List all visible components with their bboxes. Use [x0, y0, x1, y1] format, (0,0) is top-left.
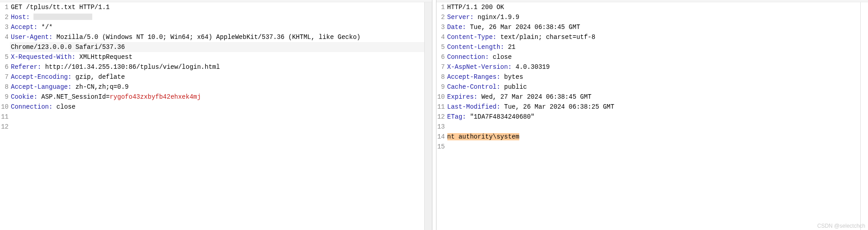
line-number: 7: [436, 62, 446, 72]
header-key: Accept: [11, 24, 33, 31]
response-body-highlighted: nt authority\system: [446, 132, 861, 142]
header-value: 4.0.30319: [516, 63, 550, 71]
header-value: bytes: [504, 73, 523, 81]
response-start-line: HTTP/1.1 200 OK: [446, 2, 861, 12]
line-number: 9: [0, 92, 10, 102]
header-key: Host: [11, 14, 26, 21]
header-value: XMLHttpRequest: [79, 53, 133, 61]
line-number: 5: [0, 52, 10, 62]
header-key: Content-Type: [447, 34, 493, 41]
header-line-wrap: Chrome/123.0.0.0 Safari/537.36: [10, 42, 424, 52]
header-line: Connection: close: [446, 52, 861, 62]
header-line: Accept: */*: [10, 22, 424, 32]
header-key: Connection: [447, 53, 485, 61]
header-line: Accept-Language: zh-CN,zh;q=0.9: [10, 82, 424, 92]
line-number: 7: [0, 72, 10, 82]
header-key: Accept-Ranges: [447, 73, 497, 81]
line-number: 8: [0, 82, 10, 92]
line-number: 2: [436, 12, 446, 22]
header-line: Accept-Encoding: gzip, deflate: [10, 72, 424, 82]
header-line: X-Requested-With: XMLHttpRequest: [10, 52, 424, 62]
response-pane: 123456789101112131415 HTTP/1.1 200 OKSer…: [436, 0, 868, 230]
header-value: Tue, 26 Mar 2024 06:38:25 GMT: [504, 103, 615, 110]
header-line: Accept-Ranges: bytes: [446, 72, 861, 82]
line-number: 1: [436, 2, 446, 12]
line-number: 12: [436, 112, 446, 122]
line-number: 5: [436, 42, 446, 52]
header-separator: :: [71, 53, 75, 61]
header-line: Content-Length: 21: [446, 42, 861, 52]
header-line: Server: nginx/1.9.9: [446, 12, 861, 22]
cookie-name: ASP.NET_SessionId: [41, 93, 106, 101]
header-separator: :: [485, 53, 489, 61]
header-key: Content-Length: [447, 43, 501, 51]
blank-line: [10, 112, 424, 122]
request-gutter: 123456789101112: [0, 2, 10, 230]
header-value: "1DA7F4834240680": [470, 113, 535, 120]
response-gutter: 123456789101112131415: [436, 2, 446, 230]
request-code[interactable]: GET /tplus/tt.txt HTTP/1.1Host: Accept: …: [10, 2, 424, 230]
watermark: CSDN @selectchch: [817, 223, 865, 229]
cookie-value: rygofo43zxbyfb42ehxek4mj: [109, 93, 201, 101]
header-value: Chrome/123.0.0.0 Safari/537.36: [11, 43, 125, 51]
header-key: User-Agent: [11, 34, 49, 41]
line-number: 8: [436, 72, 446, 82]
line-number: 12: [0, 122, 10, 132]
line-number: 6: [436, 52, 446, 62]
header-separator: :: [33, 93, 37, 101]
header-separator: :: [497, 73, 500, 81]
header-separator: :: [33, 24, 37, 31]
header-key: Last-Modified: [447, 103, 497, 110]
header-separator: :: [470, 14, 474, 21]
header-separator: :: [474, 93, 477, 101]
header-line: User-Agent: Mozilla/5.0 (Windows NT 10.0…: [10, 32, 424, 42]
redacted-value: [33, 14, 92, 20]
header-separator: :: [38, 63, 41, 71]
header-key: Expires: [447, 93, 474, 101]
header-key: Accept-Language: [11, 83, 68, 91]
header-value: nginx/1.9.9: [478, 14, 519, 21]
header-line: Referer: http://101.34.255.130:86/tplus/…: [10, 62, 424, 72]
header-key: Cache-Control: [447, 83, 497, 91]
header-value: Tue, 26 Mar 2024 06:38:45 GMT: [470, 24, 580, 31]
header-separator: :: [462, 113, 466, 120]
header-separator: :: [497, 103, 500, 110]
header-separator: :: [500, 43, 504, 51]
line-number: 13: [436, 122, 446, 132]
header-key: Date: [447, 24, 463, 31]
header-line: Last-Modified: Tue, 26 Mar 2024 06:38:25…: [446, 102, 861, 112]
line-number: 1: [0, 2, 10, 12]
line-number: 10: [0, 102, 10, 112]
header-key: ETag: [447, 113, 463, 120]
header-key: Connection: [11, 103, 49, 110]
header-line: Cookie: ASP.NET_SessionId=rygofo43zxbyfb…: [10, 92, 424, 102]
header-value: 21: [508, 43, 516, 51]
line-number: 11: [436, 102, 446, 112]
header-line: Expires: Wed, 27 Mar 2024 06:38:45 GMT: [446, 92, 861, 102]
request-start-line: GET /tplus/tt.txt HTTP/1.1: [10, 2, 424, 12]
header-separator: :: [497, 83, 500, 91]
pane-divider[interactable]: [432, 0, 436, 230]
header-line: ETag: "1DA7F4834240680": [446, 112, 861, 122]
header-line: Host:: [10, 12, 424, 22]
header-line: Content-Type: text/plain; charset=utf-8: [446, 32, 861, 42]
header-key: Accept-Encoding: [11, 73, 68, 81]
response-code[interactable]: HTTP/1.1 200 OKServer: nginx/1.9.9Date: …: [446, 2, 861, 230]
line-number: 11: [0, 112, 10, 122]
header-value: Wed, 27 Mar 2024 06:38:45 GMT: [481, 93, 592, 101]
header-value: text/plain; charset=utf-8: [500, 34, 595, 41]
response-body-line: [446, 122, 861, 132]
line-number: 3: [436, 22, 446, 32]
header-value: Mozilla/5.0 (Windows NT 10.0; Win64; x64…: [57, 34, 365, 41]
line-number: 14: [436, 132, 446, 142]
response-scrollbar[interactable]: [860, 2, 868, 230]
header-line: Date: Tue, 26 Mar 2024 06:38:45 GMT: [446, 22, 861, 32]
request-scrollbar[interactable]: [424, 2, 432, 230]
request-line-text: GET /tplus/tt.txt HTTP/1.1: [11, 4, 109, 11]
line-number: 15: [436, 142, 446, 152]
header-key: X-AspNet-Version: [447, 63, 508, 71]
header-line: Connection: close: [10, 102, 424, 112]
status-line-text: HTTP/1.1 200 OK: [447, 4, 504, 11]
header-value: close: [493, 53, 512, 61]
blank-line: [10, 122, 424, 132]
